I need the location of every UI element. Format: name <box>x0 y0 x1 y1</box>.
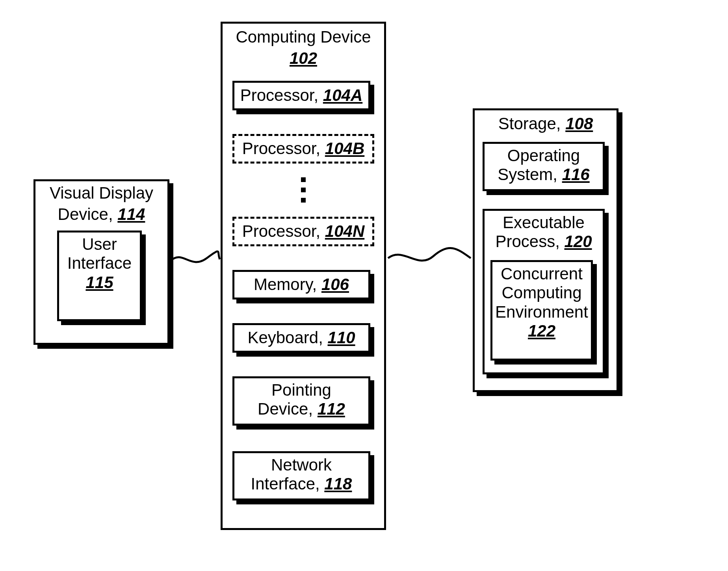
exec-line1: Executable <box>485 213 603 232</box>
memory-box: Memory, 106 <box>232 270 370 299</box>
ui-ref: 115 <box>85 273 113 292</box>
exec-line2-ref: 120 <box>564 232 592 251</box>
user-interface-box: User Interface 115 <box>57 231 142 321</box>
network-interface-box: Network Interface, 118 <box>232 451 370 500</box>
visual-display-title-line1: Visual Display <box>35 181 167 203</box>
visual-display-device-text: Device, <box>58 205 118 223</box>
computing-device-title: Computing Device <box>223 24 384 46</box>
storage-box: Storage, 108 Operating System, 116 Execu… <box>473 108 618 392</box>
visual-display-box: Visual Display Device, 114 User Interfac… <box>33 179 169 345</box>
ui-line1: User <box>59 235 140 254</box>
memory-text: Memory, <box>254 275 321 294</box>
pointing-line2-ref: 112 <box>318 400 345 418</box>
processor-a-box: Processor, 104A <box>232 81 370 110</box>
processors-ellipsis-icon <box>301 177 306 203</box>
storage-title-text: Storage, <box>498 114 565 133</box>
os-line2-text: System, <box>498 165 562 184</box>
pointing-line2-text: Device, <box>258 400 318 418</box>
processor-a-text: Processor, <box>240 86 323 104</box>
computing-device-ref: 102 <box>290 49 317 67</box>
cce-ref: 122 <box>528 322 555 340</box>
visual-display-ref: 114 <box>117 205 145 223</box>
pointing-line1: Pointing <box>234 381 368 400</box>
processor-n-box: Processor, 104N <box>232 217 374 246</box>
cce-line3: Environment <box>492 303 591 322</box>
connector-vdd-cd <box>169 248 221 272</box>
exec-line2-text: Process, <box>495 232 564 251</box>
processor-b-ref: 104B <box>325 139 364 158</box>
processor-n-text: Processor, <box>242 222 325 240</box>
keyboard-ref: 110 <box>328 328 355 347</box>
os-line2-ref: 116 <box>562 165 590 184</box>
operating-system-box: Operating System, 116 <box>483 142 605 191</box>
processor-b-box: Processor, 104B <box>232 134 374 164</box>
memory-ref: 106 <box>321 275 349 294</box>
executable-process-box: Executable Process, 120 Concurrent Compu… <box>483 209 605 374</box>
storage-ref: 108 <box>565 114 593 133</box>
computing-device-box: Computing Device 102 Processor, 104A Pro… <box>221 22 386 530</box>
network-line2-text: Interface, <box>251 474 325 493</box>
processor-a-ref: 104A <box>323 86 362 104</box>
cce-line2: Computing <box>492 283 591 302</box>
connector-cd-storage <box>386 244 473 272</box>
pointing-device-box: Pointing Device, 112 <box>232 376 370 426</box>
ui-line2: Interface <box>59 254 140 273</box>
visual-display-title-line2: Device, 114 <box>35 203 167 224</box>
processor-b-text: Processor, <box>242 139 325 158</box>
cce-box: Concurrent Computing Environment 122 <box>490 260 593 361</box>
keyboard-text: Keyboard, <box>247 328 327 347</box>
keyboard-box: Keyboard, 110 <box>232 323 370 353</box>
network-line1: Network <box>234 456 368 474</box>
processor-n-ref: 104N <box>325 222 364 240</box>
network-line2-ref: 118 <box>324 474 352 493</box>
os-line1: Operating <box>485 146 603 165</box>
cce-line1: Concurrent <box>492 264 591 283</box>
